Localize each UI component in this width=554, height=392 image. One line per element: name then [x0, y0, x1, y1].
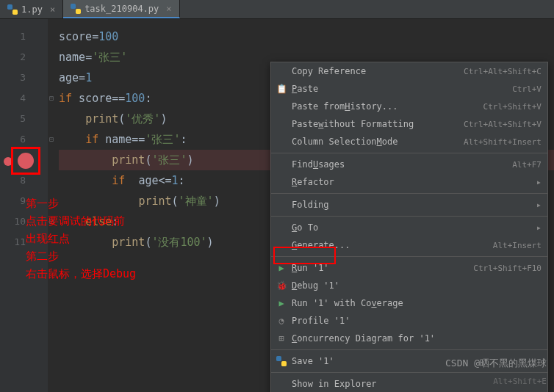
- tab-task[interactable]: task_210904.py ×: [63, 0, 179, 18]
- code-token: 100: [98, 30, 118, 43]
- code-token: score: [59, 30, 92, 43]
- watermark: CSDN @晒不黑的黑煤球: [445, 357, 547, 370]
- menu-copy-reference[interactable]: Copy ReferenceCtrl+Alt+Shift+C: [271, 62, 547, 80]
- code-token: ): [160, 112, 167, 126]
- debug-icon: 🐞: [276, 280, 287, 291]
- code-token: name: [98, 133, 132, 146]
- menu-paste[interactable]: 📋PasteCtrl+V: [271, 80, 547, 98]
- menu-label: efactor: [297, 177, 334, 187]
- code-token: 1: [172, 174, 179, 187]
- line-number: 5: [0, 109, 48, 129]
- line-number: 1: [0, 26, 48, 47]
- code-token: :: [179, 174, 185, 187]
- menu-goto[interactable]: Go To▸: [271, 219, 547, 236]
- menu-refactor[interactable]: Refactor▸: [271, 173, 547, 191]
- menu-separator: [271, 193, 547, 194]
- code-token: age: [59, 71, 79, 84]
- menu-label: ithout Formatting: [323, 119, 414, 129]
- code-token: :: [145, 92, 151, 105]
- code-token: name: [59, 51, 85, 64]
- menu-column-selection[interactable]: Column Selection ModeAlt+Shift+Insert: [271, 133, 547, 150]
- code-token: (: [172, 195, 179, 208]
- code-token: ): [214, 195, 220, 208]
- shortcut: Ctrl+Alt+Shift+C: [464, 67, 542, 76]
- menu-label: Column Selection: [292, 137, 377, 147]
- code-token: print: [85, 112, 118, 126]
- shortcut: Ctrl+V: [512, 84, 542, 94]
- svg-rect-4: [276, 356, 281, 361]
- code-token: 1: [85, 71, 92, 84]
- menu-run-coverage[interactable]: ▶Run '1' with Coverage: [271, 294, 547, 312]
- code-token: '张三': [151, 153, 187, 167]
- menu-debug[interactable]: 🐞Debug '1': [271, 277, 547, 294]
- menu-label: Profile '1': [292, 316, 350, 326]
- menu-label: Show in Explorer: [292, 379, 377, 389]
- annotation-box-debug: [273, 247, 336, 264]
- annotation-text: 点击要调试的代码前: [26, 212, 136, 230]
- annotation-text: 第二步: [26, 247, 136, 265]
- menu-separator: [271, 349, 547, 350]
- menu-label-u: P: [292, 84, 297, 94]
- context-menu: Copy ReferenceCtrl+Alt+Shift+C 📋PasteCtr…: [270, 62, 548, 392]
- shortcut: Ctrl+Alt+Shift+V: [464, 120, 542, 129]
- fold-icon[interactable]: ⊟: [49, 88, 54, 109]
- menu-label-u: D: [292, 280, 297, 291]
- menu-paste-without-formatting[interactable]: Paste without FormattingCtrl+Alt+Shift+V: [271, 115, 547, 133]
- concurrency-icon: ⊞: [276, 333, 287, 344]
- code-token: (: [118, 112, 125, 126]
- menu-label-u: H: [345, 101, 350, 112]
- annotation-text: 出现红点: [26, 230, 136, 247]
- shortcut: Alt+F7: [512, 160, 542, 170]
- tab-1py[interactable]: 1.py ×: [0, 0, 63, 18]
- menu-label: Run '1' with Co: [292, 298, 371, 308]
- menu-concurrency[interactable]: ⊞Concurrency Diagram for '1': [271, 330, 547, 347]
- line-number: 4: [0, 88, 48, 109]
- code-token: ): [207, 236, 214, 249]
- menu-profile[interactable]: ◔Profile '1': [271, 312, 547, 330]
- code-token: if: [59, 92, 72, 105]
- code-token: ==: [132, 133, 145, 146]
- menu-label: sages: [318, 159, 345, 170]
- svg-rect-5: [281, 361, 287, 366]
- shortcut: Ctrl+Shift+V: [483, 102, 542, 112]
- annotations: 第一步 点击要调试的代码前 出现红点 第二步 右击鼠标，选择Debug: [26, 195, 136, 283]
- code-token: if: [85, 133, 98, 146]
- menu-label: Paste from: [292, 101, 345, 112]
- menu-label: Find: [292, 159, 313, 170]
- annotation-text: 第一步: [26, 195, 136, 212]
- menu-label: ode: [382, 137, 398, 147]
- svg-rect-2: [71, 4, 76, 9]
- code-token: '优秀': [125, 112, 160, 126]
- shortcut: Ctrl+Shift+F10: [473, 264, 542, 273]
- code-token: ==: [112, 92, 125, 105]
- menu-label: Paste: [292, 119, 318, 129]
- code-token: print: [138, 195, 171, 208]
- menu-label: Foldin: [292, 200, 323, 210]
- menu-label-u: R: [292, 263, 297, 273]
- line-number: 3: [0, 68, 48, 88]
- python-icon: [71, 4, 81, 14]
- menu-separator: [271, 153, 547, 153]
- menu-label: ebug '1': [297, 280, 339, 291]
- menu-label: oncurrency Diagram for '1': [297, 333, 435, 344]
- submenu-arrow-icon: ▸: [536, 200, 542, 210]
- paste-icon: 📋: [276, 83, 287, 95]
- menu-separator: [271, 372, 547, 373]
- code-token: score: [72, 92, 112, 105]
- fold-icon[interactable]: ⊟: [49, 129, 54, 150]
- editor-tabs: 1.py × task_210904.py ×: [0, 0, 554, 19]
- menu-folding[interactable]: Folding▸: [271, 196, 547, 214]
- menu-label: Save '1': [292, 356, 334, 366]
- menu-find-usages[interactable]: Find UsagesAlt+F7: [271, 156, 547, 173]
- code-token: <=: [158, 174, 171, 187]
- code-token: print: [112, 153, 145, 167]
- code-token: if: [112, 174, 125, 187]
- code-token: ): [187, 153, 194, 167]
- code-token: =: [85, 51, 92, 64]
- submenu-arrow-icon: ▸: [536, 222, 542, 233]
- code-token: 100: [125, 92, 145, 105]
- menu-paste-history[interactable]: Paste from History...Ctrl+Shift+V: [271, 98, 547, 115]
- close-icon[interactable]: ×: [50, 4, 55, 15]
- submenu-arrow-icon: ▸: [536, 177, 542, 187]
- close-icon[interactable]: ×: [166, 4, 171, 14]
